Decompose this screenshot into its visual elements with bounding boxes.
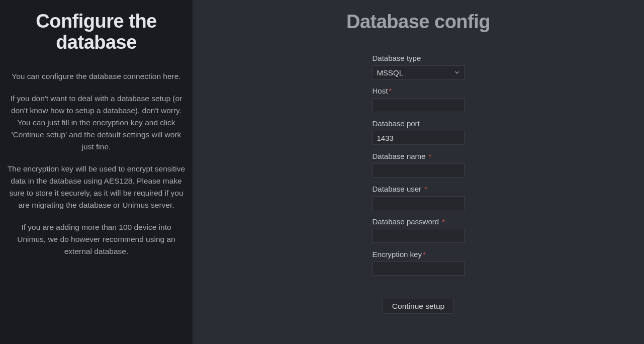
database-user-input[interactable] (373, 196, 465, 210)
page-title: Database config (346, 11, 490, 33)
field-host: Host* (373, 87, 465, 112)
database-name-input[interactable] (373, 163, 465, 178)
required-marker: * (429, 152, 432, 160)
sidebar-paragraph-1: You can configure the database connectio… (6, 70, 187, 82)
encryption-key-input[interactable] (373, 262, 465, 276)
database-config-form: Database type MSSQL Host* Database por (373, 54, 465, 314)
required-marker: * (423, 250, 426, 259)
continue-setup-button[interactable]: Continue setup (383, 299, 454, 314)
field-port: Database port (373, 119, 465, 145)
host-label: Host* (373, 87, 465, 95)
port-label: Database port (373, 119, 465, 128)
required-marker: * (424, 185, 427, 193)
encryption-key-label: Encryption key* (373, 250, 465, 259)
database-user-label: Database user * (373, 185, 465, 193)
port-input[interactable] (373, 131, 465, 145)
sidebar-title: Configure the database (6, 11, 187, 53)
database-password-label: Database password * (373, 217, 465, 226)
field-database-name: Database name * (373, 152, 465, 178)
host-input[interactable] (373, 98, 465, 112)
field-database-user: Database user * (373, 185, 465, 210)
sidebar-paragraph-2: If you don't want to deal with a databas… (6, 93, 187, 153)
database-password-input[interactable] (373, 229, 465, 243)
database-type-select[interactable]: MSSQL (373, 65, 465, 79)
sidebar-paragraph-3: The encryption key will be used to encry… (6, 163, 187, 211)
required-marker: * (442, 217, 445, 226)
required-marker: * (389, 87, 392, 95)
database-name-label: Database name * (373, 152, 465, 160)
field-database-type: Database type MSSQL (373, 54, 465, 79)
sidebar-paragraph-4: If you are adding more than 100 device i… (6, 221, 187, 257)
field-database-password: Database password * (373, 217, 465, 243)
main-content: Database config Database type MSSQL Host… (193, 0, 644, 344)
database-type-label: Database type (373, 54, 465, 62)
field-encryption-key: Encryption key* (373, 250, 465, 276)
sidebar: Configure the database You can configure… (0, 0, 193, 344)
